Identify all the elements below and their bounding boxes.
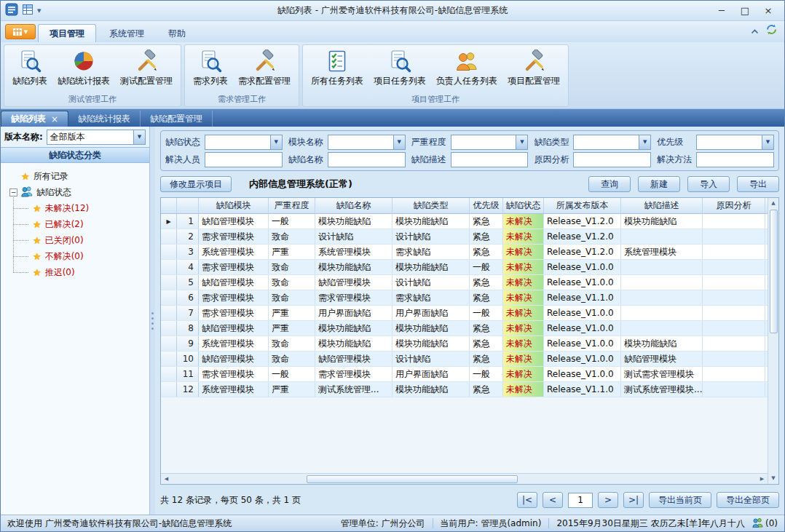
minimize-button[interactable]: ─ [710,3,733,19]
prev-page-button[interactable]: < [543,492,563,508]
defect-status-select[interactable]: ▼ [205,135,283,150]
defect-type-select[interactable]: ▼ [573,135,651,150]
priority-select[interactable]: ▼ [696,135,774,150]
defect-desc-input[interactable] [451,152,529,167]
column-header[interactable]: 缺陷模块 [199,198,269,213]
column-header[interactable]: 优先级 [470,198,503,213]
grid-view-icon[interactable] [22,4,33,18]
tree-item-wontfix[interactable]: ★ 不解决(0) [1,248,149,264]
grid-cell: 一般 [470,306,503,320]
star-icon: ★ [21,171,30,182]
table-row[interactable]: 12系统管理模块严重测试系统管理...模块功能缺陷紧急未解决Release_V1… [161,382,768,397]
dropdown-arrow-icon[interactable]: ▼ [393,135,405,149]
dropdown-arrow-icon[interactable]: ▼ [270,135,282,149]
collapse-ribbon-icon[interactable] [751,24,759,38]
grid-cell: 设计缺陷 [315,229,392,244]
refresh-icon[interactable] [766,24,777,38]
dropdown-arrow-icon[interactable]: ▼ [639,135,650,149]
test-config-button[interactable]: 测试配置管理 [115,48,178,89]
import-button[interactable]: 导入 [687,176,730,192]
page-number-input[interactable] [568,493,593,508]
export-current-page-button[interactable]: 导出当前页 [649,492,711,508]
quick-access-dropdown-icon[interactable]: ▼ [37,8,41,14]
table-row[interactable]: 2需求管理模块致命设计缺陷设计缺陷紧急未解决Release_V1.2.0 [161,229,768,245]
horizontal-scrollbar[interactable]: ◀ ▶ [161,473,768,484]
scrollbar-thumb[interactable] [307,475,518,483]
export-button[interactable]: 导出 [737,176,779,192]
doc-tab-defect-report[interactable]: 缺陷统计报表 [68,111,141,127]
column-header[interactable]: 缺陷状态 [503,198,544,213]
defect-report-button[interactable]: 缺陷统计报表 [52,48,115,89]
severity-select[interactable]: ▼ [451,135,529,150]
all-tasks-button[interactable]: 所有任务列表 [306,48,368,89]
close-button[interactable]: × [757,3,780,19]
tab-system-management[interactable]: 系统管理 [98,25,155,42]
dropdown-arrow-icon[interactable]: ▼ [133,130,145,144]
column-header[interactable]: 原因分析 [703,198,765,213]
grid-cell: 需求缺陷 [392,245,470,259]
defect-name-input[interactable] [328,152,406,167]
table-row[interactable]: 6需求管理模块致命需求管理模块需求缺陷紧急未解决Release_V1.1.0 [161,290,768,306]
scroll-right-icon[interactable]: ▶ [757,474,768,485]
last-page-button[interactable]: >| [623,492,644,508]
export-all-pages-button[interactable]: 导出全部页 [717,492,779,508]
table-row[interactable]: 7需求管理模块严重用户界面缺陷用户界面缺陷一般未解决Release_V1.0.0 [161,306,768,321]
maximize-button[interactable]: □ [733,3,757,19]
modify-display-button[interactable]: 修改显示项目 [160,176,232,192]
table-row[interactable]: 8缺陷管理模块严重模块功能缺陷模块功能缺陷紧急未解决Release_V1.0.0 [161,321,768,336]
scroll-down-icon[interactable]: ▼ [768,473,779,484]
project-config-button[interactable]: 项目配置管理 [502,48,565,89]
table-row[interactable]: 11需求管理模块一般需求管理模块用户界面缺陷一般未解决Release_V1.0.… [161,367,768,382]
table-row[interactable]: 4需求管理模块致命模块功能缺陷模块功能缺陷一般未解决Release_V1.0.0 [161,260,768,275]
tree-item-resolved[interactable]: ★ 已解决(2) [1,216,149,232]
tab-help[interactable]: 帮助 [157,25,197,42]
project-tasks-button[interactable]: 项目任务列表 [368,48,431,89]
tree-item-closed[interactable]: ★ 已关闭(0) [1,232,149,248]
pager-bar: 共 12 条记录，每页 50 条，共 1 页 |< < > >| 导出当前页 导… [160,489,779,511]
dropdown-arrow-icon[interactable]: ▼ [762,135,773,149]
next-page-button[interactable]: > [598,492,618,508]
column-header[interactable]: 缺陷名称 [315,198,392,213]
vertical-scrollbar[interactable]: ▲ ▼ [768,198,778,484]
scrollbar-thumb[interactable] [770,210,778,333]
owner-tasks-button[interactable]: 负责人任务列表 [431,48,502,89]
table-row[interactable]: 9系统管理模块致命模块功能缺陷模块功能缺陷紧急未解决Release_V1.0.0… [161,336,768,352]
solution-input[interactable] [696,152,774,167]
first-page-button[interactable]: |< [517,492,537,508]
resolver-input[interactable] [205,152,283,167]
column-header[interactable]: 缺陷类型 [392,198,470,213]
close-tab-icon[interactable]: × [51,114,58,124]
tab-project-management[interactable]: 项目管理 [38,24,96,42]
defect-list-button[interactable]: 缺陷列表 [7,48,52,89]
table-row[interactable]: ▶1缺陷管理模块一般模块功能缺陷模块功能缺陷紧急未解决Release_V1.2.… [161,214,768,229]
splitter[interactable] [150,127,155,515]
tree-item-postponed[interactable]: ★ 推迟(0) [1,264,149,280]
titlebar[interactable]: ▼ 缺陷列表 - 广州爱奇迪软件科技有限公司-缺陷信息管理系统 ─ □ × [1,1,784,21]
scroll-left-icon[interactable]: ◀ [161,474,172,485]
cause-analysis-input[interactable] [573,152,651,167]
doc-tab-label: 缺陷列表 [11,113,46,125]
module-name-select[interactable]: ▼ [328,135,406,150]
column-header[interactable]: 缺陷描述 [621,198,703,213]
doc-tab-defect-config[interactable]: 缺陷配置管理 [141,111,213,127]
tree-item-defect-status[interactable]: − 缺陷状态 [1,184,149,200]
version-select[interactable]: 全部版本 ▼ [47,130,146,145]
table-row[interactable]: 3系统管理模块严重系统管理模块需求缺陷紧急未解决Release_V1.2.0系统… [161,245,768,260]
doc-tab-defect-list[interactable]: 缺陷列表 × [1,111,68,127]
dropdown-arrow-icon[interactable]: ▼ [516,135,527,149]
grid-cell: Release_V1.0.0 [544,367,621,381]
requirement-config-button[interactable]: 需求配置管理 [233,48,296,89]
table-row[interactable]: 5缺陷管理模块致命缺陷管理模块设计缺陷紧急未解决Release_V1.0.0 [161,275,768,290]
collapse-icon[interactable]: − [9,188,17,196]
tree-item-all-records[interactable]: ★ 所有记录 [1,168,149,184]
app-window: ▼ 缺陷列表 - 广州爱奇迪软件科技有限公司-缺陷信息管理系统 ─ □ × ▼ … [0,0,785,532]
table-row[interactable]: 10缺陷管理模块致命缺陷管理模块设计缺陷紧急未解决Release_V1.0.0缺… [161,352,768,367]
application-menu-button[interactable]: ▼ [5,24,36,39]
column-header[interactable]: 严重程度 [269,198,315,213]
new-button[interactable]: 新建 [638,176,680,192]
column-header[interactable]: 所属发布版本 [544,198,621,213]
tree-item-unresolved[interactable]: ★ 未解决(12) [1,200,149,216]
scroll-up-icon[interactable]: ▲ [768,198,779,209]
query-button[interactable]: 查询 [588,176,631,192]
requirement-list-button[interactable]: 需求列表 [188,48,233,89]
